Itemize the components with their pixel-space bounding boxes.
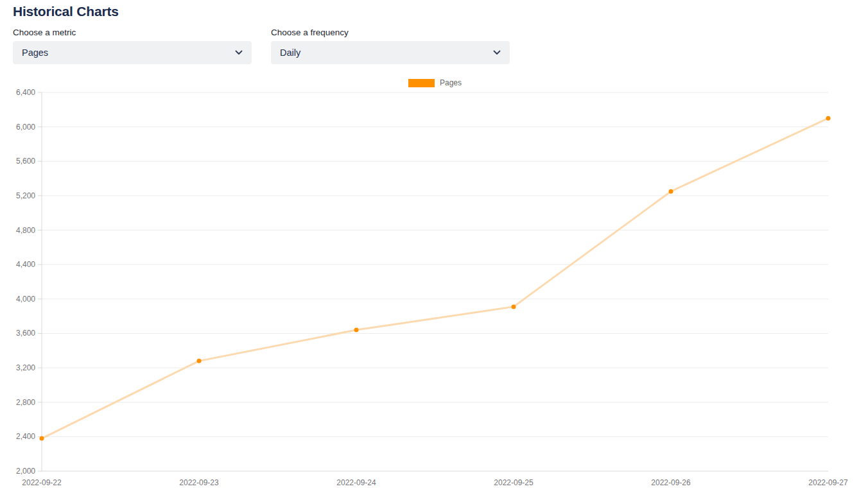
svg-text:4,400: 4,400 <box>16 260 35 269</box>
data-point[interactable] <box>354 328 359 332</box>
historical-chart: Pages 2,0002,4002,8003,2003,6004,0004,40… <box>0 74 868 500</box>
data-point[interactable] <box>826 116 831 121</box>
data-point[interactable] <box>197 359 202 363</box>
data-point[interactable] <box>512 304 516 309</box>
legend-label: Pages <box>440 78 462 87</box>
svg-text:6,400: 6,400 <box>16 88 35 97</box>
svg-text:3,200: 3,200 <box>16 363 35 372</box>
frequency-selected-value: Daily <box>280 47 300 58</box>
svg-text:5,600: 5,600 <box>16 157 35 166</box>
svg-text:2022-09-24: 2022-09-24 <box>336 478 376 487</box>
frequency-select[interactable]: Daily <box>271 41 510 64</box>
page-title: Historical Charts <box>13 4 868 19</box>
metric-control-group: Choose a metric Pages <box>13 28 252 64</box>
svg-text:3,600: 3,600 <box>16 329 35 338</box>
data-point[interactable] <box>669 189 673 194</box>
chevron-down-icon <box>235 50 243 55</box>
legend-item-pages[interactable]: Pages <box>408 78 462 87</box>
data-point[interactable] <box>40 436 44 441</box>
svg-text:5,200: 5,200 <box>16 191 35 200</box>
svg-text:2022-09-22: 2022-09-22 <box>22 478 62 487</box>
filter-controls: Choose a metric Pages Choose a frequency… <box>13 28 868 64</box>
metric-select[interactable]: Pages <box>13 41 252 64</box>
svg-text:2,800: 2,800 <box>16 398 35 407</box>
frequency-label: Choose a frequency <box>271 28 510 38</box>
svg-text:4,800: 4,800 <box>16 226 35 235</box>
svg-text:2022-09-26: 2022-09-26 <box>651 478 691 487</box>
legend-swatch-icon <box>408 79 435 87</box>
metric-label: Choose a metric <box>13 28 252 38</box>
svg-text:2,000: 2,000 <box>16 467 35 476</box>
svg-text:2022-09-23: 2022-09-23 <box>179 478 219 487</box>
svg-text:2,400: 2,400 <box>16 432 35 441</box>
svg-text:2022-09-25: 2022-09-25 <box>494 478 534 487</box>
svg-text:4,000: 4,000 <box>16 295 35 304</box>
svg-text:2022-09-27: 2022-09-27 <box>808 478 848 487</box>
chevron-down-icon <box>493 50 501 55</box>
frequency-control-group: Choose a frequency Daily <box>271 28 510 64</box>
chart-legend: Pages <box>42 78 828 87</box>
metric-selected-value: Pages <box>22 47 48 58</box>
line-chart: 2,0002,4002,8003,2003,6004,0004,4004,800… <box>0 74 868 500</box>
svg-text:6,000: 6,000 <box>16 123 35 132</box>
